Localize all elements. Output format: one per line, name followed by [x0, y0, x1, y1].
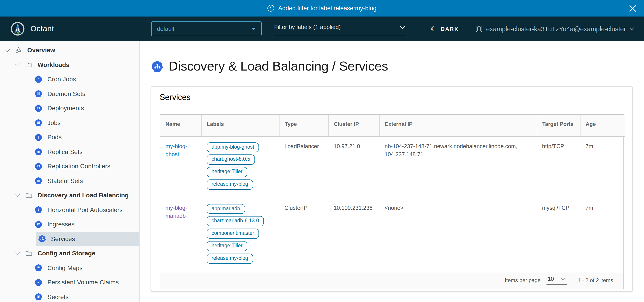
sidebar-item-jobs[interactable]: ▦ Jobs — [0, 115, 139, 130]
column-header-labels: Labels — [201, 115, 279, 136]
cluster-selector[interactable]: example-cluster-ka3TuTzYo4a@example-clus… — [476, 16, 634, 41]
label-pill[interactable]: heritage:Tiller — [206, 241, 248, 251]
chevron-down-icon[interactable] — [15, 193, 20, 198]
chevron-down-icon — [399, 25, 406, 29]
chevron-down-icon[interactable] — [15, 62, 20, 67]
page-title: Discovery & Load Balancing / Services — [152, 59, 388, 74]
label-pill[interactable]: app:mariadb — [206, 204, 245, 214]
deployments-icon: ↻ — [35, 105, 42, 112]
services-icon — [38, 235, 46, 242]
sidebar-item-label: Daemon Sets — [48, 90, 86, 97]
sidebar-item-label: Jobs — [48, 119, 60, 126]
sidebar-item-deployments[interactable]: ↻ Deployments — [0, 101, 139, 115]
folder-icon — [26, 61, 32, 68]
namespace-select[interactable]: default — [151, 21, 262, 36]
sidebar-item-horizontal-pod-autoscalers[interactable]: ↕ Horizontal Pod Autoscalers — [0, 202, 139, 217]
label-pill[interactable]: chart:ghost-8.0.5 — [206, 155, 255, 165]
sidebar-item-label: Config and Storage — [38, 250, 95, 257]
sidebar-item-label: Replica Sets — [48, 148, 82, 155]
sidebar-item-pods[interactable]: ◫ Pods — [0, 130, 139, 145]
chevron-down-icon — [630, 27, 634, 30]
service-link-my-blog-ghost[interactable]: my-blog-ghost — [166, 143, 187, 157]
cell-external-ip: <none> — [379, 198, 537, 272]
label-filter-dropdown[interactable]: Filter by labels (1 applied) — [274, 24, 406, 35]
label-pill[interactable]: app:my-blog-ghost — [206, 142, 259, 152]
column-header-age: Age — [580, 115, 625, 136]
label-pill[interactable]: release:my-blog — [206, 179, 253, 190]
dark-theme-toggle[interactable]: ☾ DARK — [431, 16, 459, 41]
folder-icon — [26, 250, 32, 257]
cluster-name: example-cluster-ka3TuTzYo4a@example-clus… — [486, 25, 626, 32]
stateful-sets-icon: ▤ — [35, 177, 42, 184]
sidebar-item-label: Services — [51, 235, 75, 242]
label-filter-text: Filter by labels (1 applied) — [274, 24, 341, 30]
items-per-page-label: Items per page — [505, 277, 540, 284]
sidebar-item-stateful-sets[interactable]: ▤ Stateful Sets — [0, 173, 139, 188]
sidebar-item-config-and-storage[interactable]: Config and Storage — [0, 246, 139, 261]
sidebar-item-ingresses[interactable]: ⇄ Ingresses — [0, 217, 139, 231]
sidebar-item-overview[interactable]: Overview — [0, 43, 139, 57]
page-title-text: Discovery & Load Balancing / Services — [168, 59, 388, 74]
cell-target-ports: http/TCP — [537, 136, 580, 198]
sidebar-item-label: Cron Jobs — [48, 76, 76, 83]
octant-app: i Added filter for label release:my-blog… — [0, 0, 644, 302]
ingresses-icon: ⇄ — [35, 221, 42, 228]
info-banner: i Added filter for label release:my-blog — [0, 0, 644, 16]
app-title: Octant — [30, 24, 54, 33]
label-pill[interactable]: component:master — [206, 229, 259, 239]
items-per-page-select[interactable]: 10 — [546, 276, 567, 285]
column-header-type: Type — [279, 115, 328, 136]
sidebar-item-config-maps[interactable]: ≡ Config Maps — [0, 261, 139, 275]
header-bar: Octant default Filter by labels (1 appli… — [0, 16, 644, 41]
sidebar-item-cron-jobs[interactable]: ◔ Cron Jobs — [0, 72, 139, 86]
sidebar-nav: Overview Workloads ◔ Cron Jobs ▥ Daemon … — [0, 41, 140, 302]
secrets-icon: ◉ — [35, 293, 42, 301]
theme-label: DARK — [441, 26, 459, 32]
sidebar-item-label: Workloads — [38, 61, 70, 68]
services-icon — [152, 61, 163, 72]
folder-icon — [26, 192, 32, 199]
table-row: my-blog-mariadb app:mariadb chart:mariad… — [160, 198, 625, 272]
label-pill[interactable]: release:my-blog — [206, 254, 253, 264]
sidebar-item-label: Overview — [27, 47, 55, 54]
cell-age: 7m — [580, 198, 625, 272]
page-size-value: 10 — [548, 276, 554, 282]
sidebar-item-discovery-load-balancing[interactable]: Discovery and Load Balancing — [0, 188, 139, 202]
chevron-down-icon[interactable] — [4, 48, 10, 53]
sidebar-item-replica-sets[interactable]: ▣ Replica Sets — [0, 145, 139, 159]
cell-type: LoadBalancer — [279, 136, 328, 198]
sidebar-item-label: Secrets — [48, 293, 69, 301]
services-table: Name Labels Type Cluster IP External IP … — [160, 114, 624, 289]
sidebar-item-label: Horizontal Pod Autoscalers — [48, 206, 122, 213]
chevron-down-icon[interactable] — [15, 251, 20, 256]
sidebar-item-daemon-sets[interactable]: ▥ Daemon Sets — [0, 86, 139, 101]
info-icon: i — [268, 5, 274, 12]
sidebar-item-workloads[interactable]: Workloads — [0, 57, 139, 72]
sidebar-item-label: Persistent Volume Claims — [48, 279, 119, 286]
config-maps-icon: ≡ — [35, 264, 42, 271]
jobs-icon: ▦ — [35, 119, 42, 126]
sidebar-item-persistent-volume-claims[interactable]: ◒ Persistent Volume Claims — [0, 275, 139, 290]
label-pill[interactable]: heritage:Tiller — [206, 167, 248, 177]
pvc-icon: ◒ — [35, 279, 42, 286]
sidebar-item-label: Ingresses — [48, 221, 74, 228]
column-header-external-ip: External IP — [379, 115, 537, 136]
sidebar-item-label: Pods — [48, 134, 62, 141]
table-header-row: Name Labels Type Cluster IP External IP … — [160, 115, 625, 136]
main-content: Discovery & Load Balancing / Services Se… — [140, 41, 644, 302]
column-header-target-ports: Target Ports — [537, 115, 580, 136]
sidebar-item-label: Discovery and Load Balancing — [38, 192, 129, 199]
sidebar-item-services[interactable]: Services — [36, 231, 139, 246]
namespace-value: default — [157, 25, 251, 32]
brand[interactable]: Octant — [11, 16, 54, 41]
sidebar-item-replication-controllers[interactable]: ↻ Replication Controllers — [0, 159, 139, 173]
close-icon[interactable] — [629, 4, 637, 12]
cell-target-ports: mysql/TCP — [537, 198, 580, 272]
replication-controllers-icon: ↻ — [35, 163, 42, 170]
service-link-my-blog-mariadb[interactable]: my-blog-mariadb — [166, 205, 187, 219]
label-pill[interactable]: chart:mariadb-6.13.0 — [206, 216, 264, 227]
table-row: my-blog-ghost app:my-blog-ghost chart:gh… — [160, 136, 625, 198]
card-title: Services — [151, 87, 632, 102]
services-card: Services Name Labels Type Cluster IP Ext… — [151, 86, 633, 291]
sidebar-item-secrets[interactable]: ◉ Secrets — [0, 290, 139, 302]
